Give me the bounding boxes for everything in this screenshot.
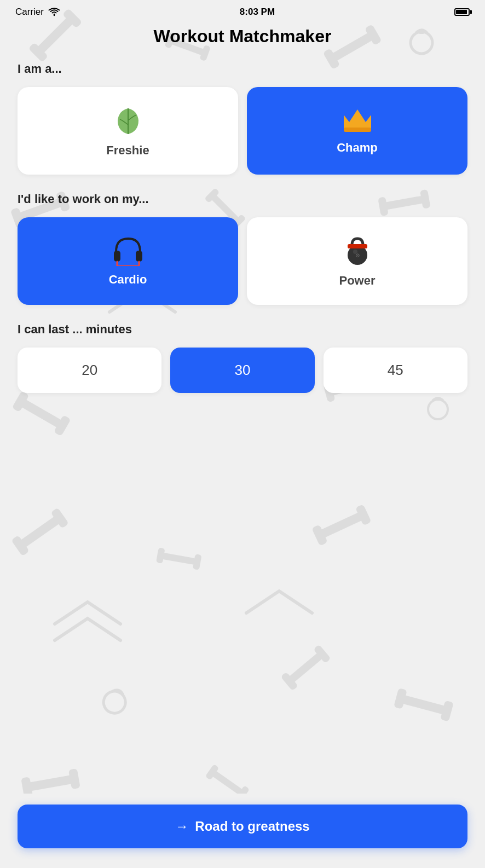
status-battery — [454, 8, 470, 16]
svg-rect-40 — [280, 672, 298, 691]
svg-rect-44 — [440, 701, 454, 722]
iam-options: Freshie Champ — [18, 87, 467, 175]
workon-section: I'd like to work on my... — [18, 192, 467, 305]
svg-rect-54 — [136, 251, 142, 262]
cardio-card[interactable]: Cardio — [18, 217, 238, 305]
champ-card[interactable]: Champ — [247, 87, 467, 175]
power-card[interactable]: ⊙ Power — [247, 217, 467, 305]
iam-section: I am a... Freshie Champ — [18, 62, 467, 175]
kettlebell-icon: ⊙ — [343, 234, 372, 267]
leaf-icon — [114, 104, 142, 137]
freshie-label: Freshie — [106, 143, 149, 158]
main-content: Workout Matchmaker I am a... Freshie — [0, 26, 485, 393]
svg-rect-39 — [288, 653, 322, 684]
svg-rect-35 — [320, 512, 363, 538]
svg-rect-42 — [401, 695, 446, 715]
workon-label: I'd like to work on my... — [18, 192, 467, 206]
svg-rect-33 — [156, 547, 165, 564]
svg-rect-36 — [311, 524, 328, 546]
status-bar: Carrier 8:03 PM — [0, 0, 485, 22]
svg-rect-52 — [344, 128, 371, 132]
status-time: 8:03 PM — [240, 7, 275, 18]
minute-45-btn[interactable]: 45 — [324, 348, 467, 393]
svg-point-38 — [101, 688, 129, 716]
minute-45-label: 45 — [388, 362, 403, 379]
svg-marker-51 — [344, 109, 371, 129]
svg-rect-24 — [54, 415, 71, 436]
workon-options: Cardio ⊙ Power — [18, 217, 467, 305]
svg-rect-37 — [355, 504, 372, 525]
iam-label: I am a... — [18, 62, 467, 76]
svg-rect-53 — [114, 251, 120, 262]
svg-rect-34 — [193, 554, 202, 570]
minute-20-label: 20 — [82, 362, 97, 379]
wifi-icon — [48, 8, 60, 16]
bottom-bar: → Road to greatness — [0, 794, 485, 868]
headphones-icon — [112, 235, 145, 266]
svg-rect-41 — [313, 644, 331, 663]
minutes-options: 20 30 45 — [18, 348, 467, 393]
minutes-section: I can last ... minutes 20 30 45 — [18, 322, 467, 393]
svg-rect-32 — [162, 553, 195, 565]
svg-rect-31 — [50, 507, 69, 529]
battery-fill — [456, 10, 467, 14]
svg-rect-30 — [11, 535, 30, 557]
cta-label: Road to greatness — [195, 819, 309, 834]
champ-label: Champ — [337, 141, 378, 155]
page-title: Workout Matchmaker — [18, 26, 467, 47]
cardio-label: Cardio — [109, 273, 147, 287]
minutes-label: I can last ... minutes — [18, 322, 467, 337]
svg-rect-22 — [20, 399, 62, 429]
minute-30-btn[interactable]: 30 — [170, 348, 314, 393]
svg-rect-60 — [348, 244, 367, 248]
power-label: Power — [339, 274, 375, 288]
cta-button[interactable]: → Road to greatness — [18, 805, 467, 848]
svg-text:⊙: ⊙ — [355, 252, 360, 258]
status-carrier: Carrier — [15, 7, 60, 18]
minute-20-btn[interactable]: 20 — [18, 348, 161, 393]
svg-rect-45 — [28, 775, 73, 791]
cta-arrow: → — [175, 819, 188, 834]
svg-rect-43 — [394, 688, 407, 709]
svg-rect-49 — [205, 764, 220, 780]
svg-rect-47 — [68, 768, 80, 789]
freshie-card[interactable]: Freshie — [18, 87, 238, 175]
battery-icon — [454, 8, 470, 16]
svg-rect-48 — [212, 771, 242, 795]
svg-point-28 — [428, 400, 448, 419]
carrier-text: Carrier — [15, 7, 44, 18]
minute-30-label: 30 — [235, 362, 251, 379]
svg-rect-29 — [20, 516, 61, 548]
crown-icon — [341, 107, 374, 134]
svg-rect-23 — [12, 391, 30, 412]
